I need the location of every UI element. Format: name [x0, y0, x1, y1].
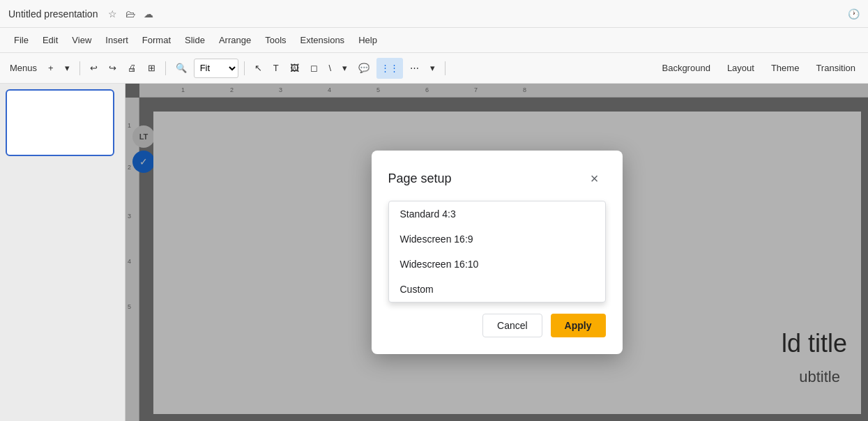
separator-1 — [79, 61, 80, 75]
cloud-icon[interactable]: ☁ — [142, 8, 155, 20]
menu-slide[interactable]: Slide — [179, 32, 211, 48]
layout-dropdown-button[interactable]: ▾ — [426, 58, 439, 79]
slides-panel — [0, 84, 125, 421]
image-button[interactable]: 🖼 — [286, 58, 303, 79]
slide-thumbnail-1[interactable] — [6, 89, 114, 156]
layout-dots-button[interactable]: ⋯ — [406, 58, 423, 79]
title-bar: Untitled presentation ☆ 🗁 ☁ 🕐 — [0, 0, 868, 28]
modal-close-button[interactable]: × — [584, 167, 606, 190]
page-setup-modal: Page setup × Standard 4:3 Widescreen 16:… — [372, 151, 623, 354]
dropdown-item-custom[interactable]: Custom — [389, 277, 605, 302]
undo-button[interactable]: ↩ — [86, 58, 102, 79]
star-icon[interactable]: ☆ — [106, 8, 119, 20]
cancel-button[interactable]: Cancel — [482, 314, 542, 337]
shape-button[interactable]: ◻ — [306, 58, 322, 79]
title-bar-right: 🕐 — [847, 8, 860, 20]
menu-insert[interactable]: Insert — [100, 32, 134, 48]
add-button[interactable]: + — [44, 58, 58, 79]
dropdown-item-standard43[interactable]: Standard 4:3 — [389, 201, 605, 227]
main-area: 1 2 3 4 5 6 7 8 1 2 3 4 5 LT ✓ — [0, 84, 868, 421]
format-paint-button[interactable]: ⊞ — [144, 58, 160, 79]
menu-view[interactable]: View — [66, 32, 97, 48]
menu-extensions[interactable]: Extensions — [295, 32, 351, 48]
toolbar: Menus + ▾ ↩ ↪ 🖨 ⊞ 🔍 Fit 50% 75% 100% 150… — [0, 53, 868, 84]
modal-title: Page setup — [388, 171, 452, 186]
menu-file[interactable]: File — [8, 32, 34, 48]
text-button[interactable]: T — [269, 58, 283, 79]
dropdown-item-widescreen1610[interactable]: Widescreen 16:10 — [389, 252, 605, 277]
page-setup-dropdown: Standard 4:3 Widescreen 16:9 Widescreen … — [388, 201, 606, 303]
redo-button[interactable]: ↪ — [105, 58, 121, 79]
add-dropdown-button[interactable]: ▾ — [61, 58, 74, 79]
separator-3 — [244, 61, 245, 75]
layout-button[interactable]: Layout — [720, 58, 761, 79]
separator-2 — [165, 61, 166, 75]
theme-button[interactable]: Theme — [764, 58, 806, 79]
line-button[interactable]: \ — [325, 58, 336, 79]
canvas-area: 1 2 3 4 5 6 7 8 1 2 3 4 5 LT ✓ — [125, 84, 868, 421]
transition-button[interactable]: Transition — [809, 58, 862, 79]
zoom-button[interactable]: 🔍 — [172, 58, 191, 79]
menu-tools[interactable]: Tools — [259, 32, 291, 48]
modal-footer: Cancel Apply — [388, 314, 606, 337]
presentation-title: Untitled presentation — [8, 8, 98, 20]
menu-bar: File Edit View Insert Format Slide Arran… — [0, 28, 868, 53]
cursor-button[interactable]: ↖ — [250, 58, 266, 79]
zoom-select[interactable]: Fit 50% 75% 100% 150% — [194, 59, 238, 78]
modal-header: Page setup × — [388, 167, 606, 190]
menu-arrange[interactable]: Arrange — [213, 32, 257, 48]
menus-button[interactable]: Menus — [6, 58, 41, 79]
background-button[interactable]: Background — [655, 58, 717, 79]
modal-overlay: Page setup × Standard 4:3 Widescreen 16:… — [125, 84, 868, 421]
separator-4 — [445, 61, 446, 75]
dropdown-item-widescreen169[interactable]: Widescreen 16:9 — [389, 227, 605, 252]
menu-help[interactable]: Help — [353, 32, 383, 48]
comment-button[interactable]: 💬 — [354, 58, 374, 79]
history-icon[interactable]: 🕐 — [847, 8, 860, 20]
grid-button[interactable]: ⋮⋮ — [376, 58, 403, 79]
folder-icon[interactable]: 🗁 — [124, 8, 137, 20]
menu-edit[interactable]: Edit — [37, 32, 63, 48]
title-bar-icons: ☆ 🗁 ☁ — [106, 8, 155, 20]
print-button[interactable]: 🖨 — [123, 58, 141, 79]
line-dropdown-button[interactable]: ▾ — [338, 58, 351, 79]
apply-button[interactable]: Apply — [551, 314, 606, 337]
menu-format[interactable]: Format — [137, 32, 176, 48]
